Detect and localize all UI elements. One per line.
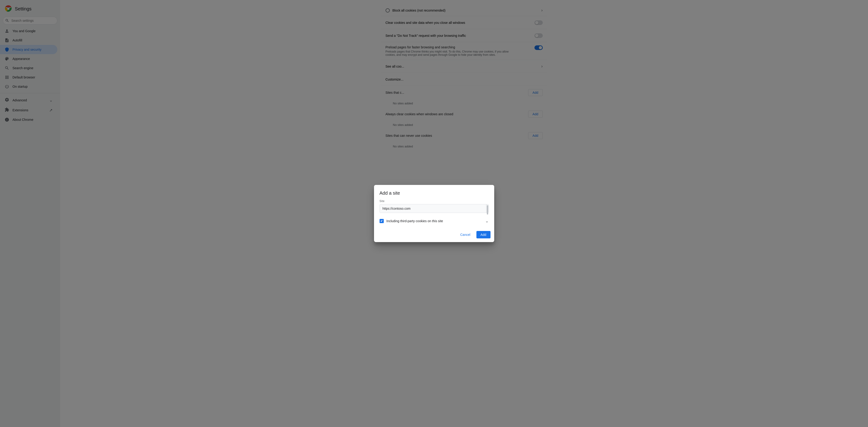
checkmark-icon [380, 220, 383, 222]
third-party-checkbox[interactable] [379, 219, 384, 223]
add-dialog-button[interactable]: Add [476, 231, 491, 238]
checkbox-row: Including third-party cookies on this si… [379, 217, 489, 227]
cancel-button[interactable]: Cancel [456, 231, 474, 238]
modal-overlay[interactable]: Add a site Site Including third-party co… [0, 0, 868, 427]
checkbox-label: Including third-party cookies on this si… [386, 219, 443, 223]
dialog-scrollbar [486, 204, 489, 213]
site-input-wrapper [379, 204, 489, 213]
dialog-body: Site Including third-party cookies on th… [374, 199, 494, 229]
add-site-dialog: Add a site Site Including third-party co… [374, 185, 494, 242]
dialog-title: Add a site [374, 185, 494, 199]
site-input[interactable] [380, 204, 486, 213]
scrollbar-thumb [487, 205, 488, 215]
checkbox-dropdown-icon[interactable]: ⌄ [485, 219, 489, 224]
site-field-label: Site [379, 199, 489, 203]
dialog-footer: Cancel Add [374, 229, 494, 242]
